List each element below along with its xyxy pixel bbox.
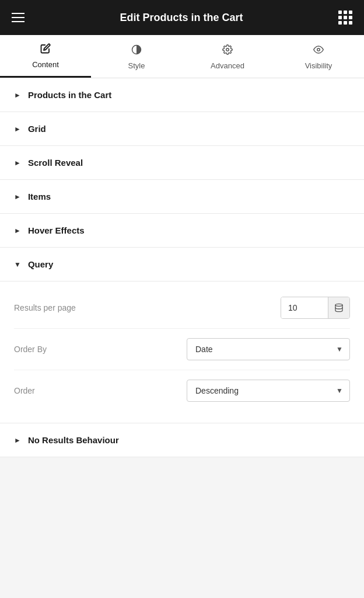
hamburger-menu-icon[interactable] xyxy=(12,13,24,22)
results-per-page-input-group xyxy=(281,297,350,319)
app-header: Edit Products in the Cart xyxy=(0,0,364,35)
accordion-products-in-cart: ► Products in the Cart xyxy=(0,78,364,112)
content-icon xyxy=(40,43,51,57)
results-per-page-control xyxy=(281,297,350,319)
accordion-scroll-reveal-header[interactable]: ► Scroll Reveal xyxy=(0,146,364,179)
tab-style-label: Style xyxy=(128,61,145,70)
query-content: Results per page xyxy=(0,281,364,423)
accordion-grid-header[interactable]: ► Grid xyxy=(0,112,364,145)
svg-point-3 xyxy=(335,304,342,306)
apps-grid-icon[interactable] xyxy=(338,11,352,25)
accordion-scroll-reveal-title: Scroll Reveal xyxy=(28,158,83,168)
accordion-hover-effects-header[interactable]: ► Hover Effects xyxy=(0,214,364,247)
accordion-no-results-header[interactable]: ► No Results Behaviour xyxy=(0,423,364,457)
tab-style[interactable]: Style xyxy=(91,35,182,78)
accordion-items-header[interactable]: ► Items xyxy=(0,180,364,213)
results-per-page-label: Results per page xyxy=(14,303,281,312)
tab-bar: Content Style Advanced Visibil xyxy=(0,35,364,78)
svg-point-1 xyxy=(226,48,229,51)
accordion-products-header[interactable]: ► Products in the Cart xyxy=(0,78,364,112)
accordion-items-arrow: ► xyxy=(14,193,21,200)
order-by-row: Order By Date Title Price Rating Random … xyxy=(14,329,350,370)
page-title: Edit Products in the Cart xyxy=(120,12,243,24)
accordion-items-title: Items xyxy=(28,192,51,201)
database-icon xyxy=(328,297,349,318)
style-icon xyxy=(131,44,142,58)
svg-point-2 xyxy=(317,48,320,51)
visibility-icon xyxy=(313,44,324,58)
tab-advanced[interactable]: Advanced xyxy=(182,35,273,78)
accordion-products-title: Products in the Cart xyxy=(28,90,111,100)
order-label: Order xyxy=(14,386,187,395)
order-by-select[interactable]: Date Title Price Rating Random xyxy=(187,338,350,360)
order-select[interactable]: Descending Ascending xyxy=(187,380,350,402)
advanced-icon xyxy=(222,44,233,58)
accordion-no-results-arrow: ► xyxy=(14,437,21,444)
order-by-control: Date Title Price Rating Random ▼ xyxy=(187,338,350,360)
tab-visibility-label: Visibility xyxy=(305,61,332,70)
main-content: ► Products in the Cart ► Grid ► Scroll R… xyxy=(0,78,364,457)
accordion-no-results-title: No Results Behaviour xyxy=(28,435,119,445)
accordion-items: ► Items xyxy=(0,180,364,214)
accordion-hover-effects: ► Hover Effects xyxy=(0,214,364,248)
tab-advanced-label: Advanced xyxy=(211,61,244,70)
order-by-label: Order By xyxy=(14,345,187,354)
accordion-scroll-reveal-arrow: ► xyxy=(14,159,21,166)
accordion-grid-title: Grid xyxy=(28,124,46,134)
results-per-page-input[interactable] xyxy=(281,297,328,318)
accordion-products-arrow: ► xyxy=(14,92,21,99)
accordion-grid: ► Grid xyxy=(0,112,364,146)
accordion-hover-effects-title: Hover Effects xyxy=(28,225,85,235)
order-control: Descending Ascending ▼ xyxy=(187,380,350,402)
accordion-grid-arrow: ► xyxy=(14,126,21,133)
accordion-query-arrow: ▼ xyxy=(14,261,21,268)
accordion-query-title: Query xyxy=(28,259,53,269)
tab-content[interactable]: Content xyxy=(0,35,91,78)
order-by-select-wrapper: Date Title Price Rating Random ▼ xyxy=(187,338,350,360)
accordion-query-header[interactable]: ▼ Query xyxy=(0,248,364,281)
accordion-query: ▼ Query Results per page xyxy=(0,248,364,423)
order-select-wrapper: Descending Ascending ▼ xyxy=(187,380,350,402)
results-per-page-row: Results per page xyxy=(14,287,350,329)
accordion-no-results: ► No Results Behaviour xyxy=(0,423,364,457)
order-row: Order Descending Ascending ▼ xyxy=(14,370,350,411)
tab-content-label: Content xyxy=(32,60,59,69)
accordion-scroll-reveal: ► Scroll Reveal xyxy=(0,146,364,180)
accordion-hover-effects-arrow: ► xyxy=(14,227,21,234)
tab-visibility[interactable]: Visibility xyxy=(273,35,364,78)
